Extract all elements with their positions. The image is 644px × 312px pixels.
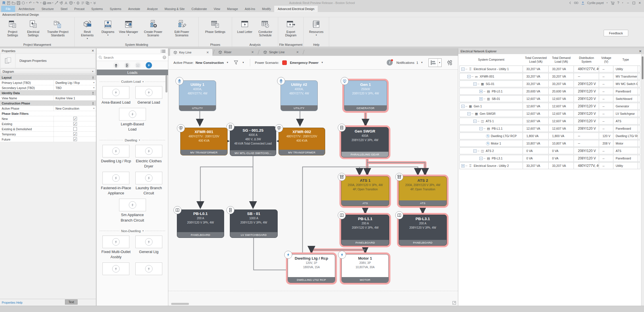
explorer-row[interactable]: ATS 2 0 VA 0 VA 208Y/120 V -- ATS [459,147,640,154]
signed-in-user[interactable]: Cyrille.payet [587,1,604,5]
sync-icon[interactable] [21,1,25,5]
phase-filter-checkbox[interactable] [73,127,77,131]
phase-filter-checkbox[interactable] [73,122,77,126]
node-xfmr-002[interactable]: XFMR-002 480Y/277V : 208Y/120V 400 KVA M… [278,128,325,155]
diagrams-button[interactable]: Diagrams ▾ [98,18,118,36]
layout-mode-button[interactable]: ▼ [428,58,442,67]
measure-icon[interactable] [47,1,52,5]
menu-tab[interactable]: File [1,6,15,12]
explorer-scrollbar[interactable] [641,54,644,306]
menu-tab[interactable]: Modify [259,6,274,12]
tab-close-icon[interactable]: ✕ [296,50,299,54]
property-row[interactable]: Primary Layout (TBD)Dwelling Ltg / Rcp▾ [0,80,96,85]
tab-riser[interactable]: Riser✕ [215,48,257,56]
filter-equipment-button[interactable] [124,62,130,68]
explorer-scrollbar-thumb[interactable] [642,56,643,79]
user-avatar-icon[interactable] [581,1,585,5]
node-sg-001-25[interactable]: SG - 001.25 4000 A 480 V, Δ 3W 48 kVA To… [230,126,276,156]
expand-toggle-icon[interactable] [479,157,483,160]
palette-list-icon[interactable] [161,50,166,53]
power-scenario-caret-icon[interactable]: ▼ [321,61,323,64]
load-tile[interactable] [135,172,162,184]
electrical-settings-button[interactable]: Electrical Settings [23,18,44,37]
3d-view-icon[interactable] [69,1,73,5]
tab-key-line[interactable]: Key Line✕ [170,49,212,56]
display-settings-icon[interactable] [447,60,453,66]
group-divider-custom-load[interactable]: Custom Load▾ [100,80,165,83]
close-button[interactable]: × [638,1,642,5]
node-utility-2[interactable]: Utility #2 4000A, 480Y/277V, 4W UTILITY [280,80,318,111]
loads-scrollbar-thumb[interactable] [165,75,167,92]
menu-tab[interactable]: Massing & Site [161,6,188,12]
phase-filter-checkbox[interactable] [73,132,77,136]
explorer-row[interactable]: Electrical Source - Utility 1 33,207 VA … [459,66,640,72]
expand-toggle-icon[interactable] [461,68,465,71]
explorer-row[interactable]: SB-01 12,607 VA 12,607 VA 208Y/120 V -- … [459,95,640,102]
section-construction-phase[interactable]: Construction Phase [0,100,96,106]
undo-icon[interactable]: ↶ [28,1,33,5]
menu-tab[interactable]: Advanced Electrical Design [274,6,318,12]
explorer-row[interactable]: XFMR-001 33,207 VA 33,207 VA -- -- MV Tr… [459,73,640,80]
node-ats-2[interactable]: ATS 2 200A, 208Y/120 V 3Ph, 4W 4P, Open … [399,176,447,206]
properties-filter-combo[interactable]: Diagram▾ [0,69,96,74]
notifications-info-icon[interactable]: i [387,60,393,66]
expand-toggle-icon[interactable] [461,105,465,108]
help-icon[interactable]: ? [617,1,619,5]
expand-toggle-icon[interactable] [461,164,465,167]
explorer-row[interactable]: Electrical Source - Utility 2 33,207 VA … [459,162,640,169]
text-icon[interactable]: A [64,1,68,5]
expand-toggle-icon[interactable] [479,127,483,130]
open-icon[interactable] [11,1,16,5]
edit-power-scenarios-button[interactable]: Edit Power Scenarios [167,18,196,37]
menu-tab[interactable]: Architecture [15,6,38,12]
node-gen-swgr[interactable]: Gen SWGR 400A 208Y/120 V 3Ph, 4W PARALLE… [341,127,389,157]
explorer-row[interactable]: SG-01 33,207 VA 33,207 VA 208Y/120 V -- … [459,80,640,87]
redo-icon[interactable]: ↷ [35,1,39,5]
search-clear-icon[interactable]: × [163,56,166,59]
node-pb-l0-1[interactable]: PB-L0.1 200 A 208Y/120 V 3Ph, 4W PANELBO… [177,210,224,238]
expand-toggle-icon[interactable] [467,75,471,78]
expand-toggle-icon[interactable] [479,90,483,93]
property-row[interactable]: Active PhaseNew Construction▾ [0,106,96,111]
filter-loads-button[interactable] [146,62,152,68]
help-caret-icon[interactable]: ▾ [622,2,623,4]
horizontal-scrollbar-thumb[interactable] [171,303,189,305]
phase-settings-button[interactable]: Phase Settings [201,18,230,33]
thin-lines-icon[interactable] [81,1,85,5]
collapse-arrow-icon[interactable] [569,1,571,4]
filter-sources-button[interactable] [113,62,119,68]
group-divider-non-dwelling[interactable]: Non-Dwelling▾ [100,229,165,233]
menu-tab[interactable]: Precast [71,6,88,12]
export-diagram-button[interactable]: Export Diagram [280,18,301,37]
notifications-count[interactable]: 1 [416,61,418,64]
layout-caret-icon[interactable]: ▼ [438,59,441,67]
load-tile[interactable] [102,236,129,248]
explorer-row[interactable]: Gen SWGR 12,607 VA 12,607 VA 208Y/120 V … [459,110,640,117]
customize-qat-icon[interactable] [92,1,97,5]
node-sb-01[interactable]: SB - 01 1000 A 208Y/120 V 3Ph, 4W LV SWI… [230,210,278,238]
active-phase-caret-icon[interactable]: ▼ [226,61,229,64]
menu-tab[interactable]: Annotate [125,6,144,12]
minimize-button[interactable]: – [626,1,630,5]
section-layout[interactable]: Layout [0,75,96,80]
group-divider-dwelling[interactable]: Dwelling▾ [100,139,165,142]
view-manager-button[interactable]: View Manager ▾ [118,18,139,36]
explorer-row[interactable]: PB-L1.1 12,607 VA 12,607 VA 208Y/120 V -… [459,125,640,132]
menu-tab[interactable]: Steel [57,6,71,12]
filter-imports-button[interactable] [135,62,141,68]
print-icon[interactable] [42,1,47,5]
transfer-project-standards-button[interactable]: Transfer Project Standards [44,18,72,37]
explorer-close-icon[interactable]: ✕ [639,49,642,53]
project-settings-button[interactable]: Project Settings [2,18,23,37]
tab-single-line[interactable]: Single Line✕ [260,48,302,56]
load-tile[interactable] [135,236,162,248]
expand-toggle-icon[interactable] [473,82,477,86]
expand-toggle-icon[interactable] [473,149,477,153]
diagram-canvas[interactable]: Utility 1 4000A, 480Y/277V, 4W UTILITY U… [168,70,458,306]
tab-close-icon[interactable]: ✕ [251,50,254,54]
menu-tab[interactable]: Collaborate [188,6,210,12]
save-icon[interactable] [16,1,21,5]
explorer-row[interactable]: Gen 1 12,607 VA 12,607 VA 208Y/120 V -- … [459,103,640,110]
section-icon[interactable] [76,1,80,5]
explorer-row[interactable]: Dwelling LTG/ RCP 1,800 VA 1,800 VA -- 1… [459,133,640,139]
